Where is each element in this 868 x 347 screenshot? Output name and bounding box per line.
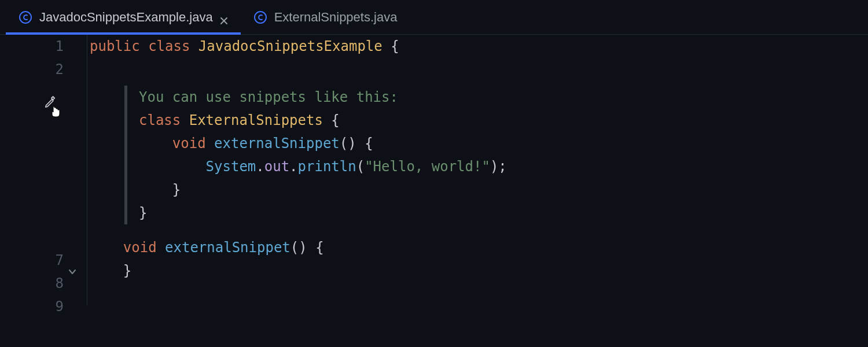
method-name: externalSnippet <box>165 239 290 256</box>
code-line[interactable]: class ExternalSnippets { <box>139 109 868 132</box>
code-line[interactable]: System.out.println("Hello, world!"); <box>139 155 868 178</box>
keyword: public <box>90 38 140 54</box>
chevron-down-icon[interactable] <box>67 261 78 284</box>
line-number[interactable]: 9 <box>0 295 64 318</box>
tab-javadoc-snippets-example[interactable]: JavadocSnippetsExample.java <box>6 0 241 34</box>
doc-text: You can use snippets like this: <box>139 86 868 109</box>
keyword: void <box>172 135 206 152</box>
class-name: ExternalSnippets <box>189 112 323 128</box>
gutter: 1 2 7 8 9 <box>0 35 87 347</box>
tab-label: JavadocSnippetsExample.java <box>39 10 213 25</box>
tab-bar: JavadocSnippetsExample.java ExternalSnip… <box>0 0 868 35</box>
tab-label: ExternalSnippets.java <box>274 10 398 25</box>
brace: { <box>307 239 324 256</box>
brace: { <box>391 38 399 54</box>
method-name: externalSnippet <box>214 135 340 152</box>
code-area[interactable]: public class JavadocSnippetsExample { Yo… <box>87 35 868 347</box>
identifier: System <box>206 158 256 175</box>
svg-point-1 <box>255 12 266 23</box>
line-number[interactable]: 7 <box>0 249 64 272</box>
code-line[interactable]: public class JavadocSnippetsExample { <box>90 35 868 58</box>
svg-point-0 <box>20 12 31 23</box>
keyword: class <box>139 112 181 128</box>
line-number[interactable]: 8 <box>0 272 64 295</box>
parens: () <box>340 135 356 152</box>
editor: 1 2 7 8 9 public class JavadocSnippetsEx… <box>0 35 868 347</box>
javadoc-snippet-block: You can use snippets like this: class Ex… <box>124 86 868 224</box>
brace: { <box>356 135 373 152</box>
code-line[interactable]: } <box>90 259 868 282</box>
code-line[interactable] <box>90 58 868 81</box>
brace: { <box>323 112 340 128</box>
pointer-cursor-icon <box>49 103 62 126</box>
code-line[interactable]: } <box>139 201 868 224</box>
close-icon[interactable] <box>220 13 228 21</box>
code-line[interactable]: } <box>139 178 868 201</box>
keyword: class <box>148 38 190 54</box>
code-line[interactable] <box>90 282 868 305</box>
keyword: void <box>123 239 157 256</box>
string-literal: "Hello, world!" <box>365 158 490 175</box>
method-name: println <box>298 158 356 175</box>
line-number[interactable]: 1 <box>0 35 64 58</box>
tab-external-snippets[interactable]: ExternalSnippets.java <box>241 0 410 34</box>
code-line[interactable]: void externalSnippet() { <box>139 132 868 155</box>
parens: () <box>290 239 307 256</box>
line-number[interactable]: 2 <box>0 58 64 81</box>
code-line[interactable]: void externalSnippet() { <box>90 236 868 259</box>
java-class-file-icon <box>19 10 32 24</box>
identifier: out <box>264 158 289 175</box>
java-class-file-icon <box>253 10 267 24</box>
class-name: JavadocSnippetsExample <box>198 38 382 54</box>
